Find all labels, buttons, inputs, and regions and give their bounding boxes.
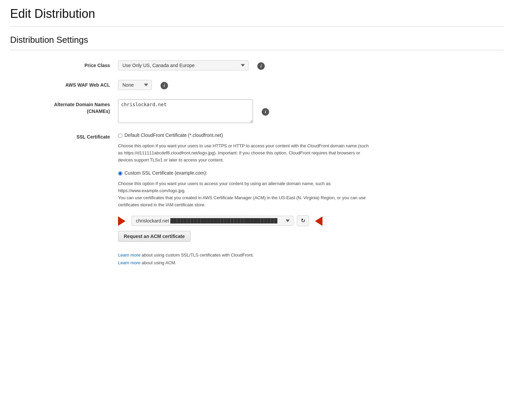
- section-title: Distribution Settings: [10, 35, 504, 50]
- aws-waf-select[interactable]: None: [118, 80, 152, 90]
- alternate-domain-control-wrapper: chrislockard.net i: [118, 99, 269, 123]
- ssl-certificate-row: SSL Certificate Default CloudFront Certi…: [10, 132, 504, 267]
- price-class-select[interactable]: Use Only US, Canada and Europe Use US, C…: [118, 60, 249, 70]
- ssl-default-radio[interactable]: [118, 133, 122, 138]
- alternate-domain-content: chrislockard.net i: [118, 99, 504, 123]
- aws-waf-info-icon[interactable]: i: [161, 82, 168, 89]
- aws-waf-row: AWS WAF Web ACL None i: [10, 80, 504, 90]
- certificate-select[interactable]: chrislockard.net ███████████████████████…: [132, 216, 293, 226]
- price-class-info-icon[interactable]: i: [257, 62, 265, 70]
- learn-more-section: Learn more about using custom SSL/TLS ce…: [118, 251, 371, 267]
- ssl-default-description: Choose this option if you want your user…: [118, 143, 371, 163]
- ssl-default-option: Default CloudFront Certificate (*.cloudf…: [118, 132, 371, 138]
- aws-waf-content: None i: [118, 80, 504, 90]
- ssl-custom-option: Custom SSL Certificate (example.com):: [118, 170, 371, 176]
- refresh-certificates-button[interactable]: ↻: [297, 215, 309, 226]
- price-class-content: Use Only US, Canada and Europe Use US, C…: [118, 60, 504, 70]
- ssl-custom-radio[interactable]: [118, 171, 122, 176]
- learn-more-acm-link[interactable]: Learn more: [118, 260, 140, 265]
- ssl-custom-description: Choose this option if you want your user…: [118, 180, 371, 208]
- learn-more-ssl-link[interactable]: Learn more: [118, 252, 140, 258]
- page-title: Edit Distribution: [10, 7, 504, 27]
- learn-more-ssl-row: Learn more about using custom SSL/TLS ce…: [118, 251, 371, 259]
- aws-waf-control-wrapper: None i: [118, 80, 168, 90]
- ssl-custom-select-row: chrislockard.net ███████████████████████…: [118, 215, 371, 226]
- right-arrow-indicator: [315, 216, 322, 226]
- alternate-domain-textarea[interactable]: chrislockard.net: [118, 99, 253, 123]
- aws-waf-label: AWS WAF Web ACL: [30, 80, 118, 89]
- price-class-row: Price Class Use Only US, Canada and Euro…: [10, 60, 504, 70]
- alternate-domain-label: Alternate Domain Names (CNAMEs): [30, 99, 118, 115]
- request-acm-certificate-button[interactable]: Request an ACM certificate: [118, 231, 191, 242]
- ssl-default-label[interactable]: Default CloudFront Certificate (*.cloudf…: [124, 132, 223, 138]
- left-arrow-indicator: [118, 216, 125, 226]
- ssl-section: Default CloudFront Certificate (*.cloudf…: [118, 132, 371, 267]
- learn-more-acm-row: Learn more about using ACM.: [118, 259, 371, 267]
- price-class-control-wrapper: Use Only US, Canada and Europe Use US, C…: [118, 60, 265, 70]
- price-class-label: Price Class: [30, 60, 118, 69]
- learn-more-ssl-text: about using custom SSL/TLS certificates …: [140, 252, 254, 258]
- alternate-domain-row: Alternate Domain Names (CNAMEs) chrisloc…: [10, 99, 504, 123]
- learn-more-acm-text: about using ACM.: [140, 260, 176, 265]
- alternate-domain-info-icon[interactable]: i: [262, 108, 269, 116]
- ssl-certificate-content: Default CloudFront Certificate (*.cloudf…: [118, 132, 504, 267]
- ssl-custom-label[interactable]: Custom SSL Certificate (example.com):: [124, 170, 207, 176]
- ssl-certificate-label: SSL Certificate: [30, 132, 118, 141]
